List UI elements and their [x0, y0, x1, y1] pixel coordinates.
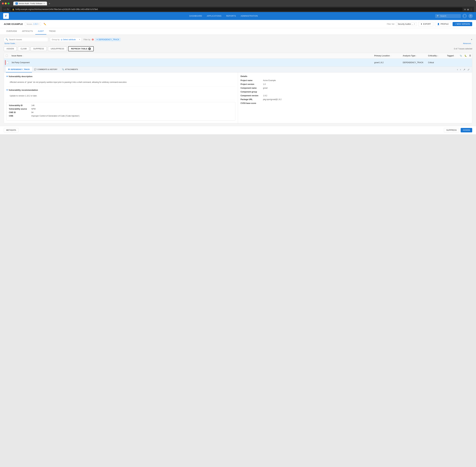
- nav-search-input[interactable]: [440, 15, 459, 17]
- filter-set-selector[interactable]: Security Auditor ... ▾: [396, 22, 416, 26]
- top-nav: F DASHBOARD APPLICATIONS REPORTS ADMINIS…: [0, 12, 476, 20]
- project-version-label: Project version: [240, 83, 261, 85]
- detail-tab-attachments[interactable]: 📎 ATTACHMENTS: [60, 67, 80, 72]
- assign-button[interactable]: ASSIGN: [4, 47, 17, 51]
- help-icon[interactable]: ?: [468, 14, 473, 18]
- profile-icon[interactable]: ◉: [467, 8, 469, 11]
- select-all-checkbox[interactable]: [6, 55, 8, 57]
- criticality-header[interactable]: Criticality ▸: [426, 53, 445, 58]
- tagged-header[interactable]: Tagged ↕: [445, 53, 458, 58]
- filter-tag-text: DEPENDENCY_TRACK: [99, 39, 119, 41]
- profile-button[interactable]: 👤 PROFILE: [435, 22, 451, 26]
- syntax-guide-link[interactable]: Syntax Guide...: [4, 42, 16, 44]
- recommendation-title-text: Vulnerability recommendation: [9, 89, 38, 91]
- new-version-button[interactable]: + NEW VERSION: [452, 22, 472, 26]
- claim-button[interactable]: CLAIM: [18, 47, 29, 51]
- tab-trend[interactable]: TREND: [46, 28, 58, 35]
- edit-version-icon[interactable]: ✏️: [44, 23, 46, 25]
- detail-tab-dependency[interactable]: ⚙ DEPENDENCY_TRACK: [6, 67, 32, 72]
- detail-panel: ⚙ DEPENDENCY_TRACK 💬 COMMENTS & HISTORY …: [4, 67, 472, 123]
- bug-header: 🐛: [463, 53, 467, 58]
- cwe-id-value: 94: [31, 111, 33, 114]
- search-input[interactable]: [9, 38, 44, 41]
- issue-analysis-cell: DEPENDENCY_TRACK: [401, 59, 426, 66]
- issue-name-cell: 3rd Party Component: [10, 59, 372, 66]
- table-header: Issue Name ↕ Primary Location ↕ Analysis…: [4, 53, 472, 59]
- bottom-bar: METADATA SUPPRESS ASSIGN: [0, 126, 476, 134]
- bookmark-icon[interactable]: ⊕: [464, 8, 466, 11]
- detail-expand-button[interactable]: ⤢: [467, 67, 470, 72]
- issue-name-text: 3rd Party Component: [12, 62, 30, 64]
- filter-tag-remove[interactable]: ✕: [96, 39, 98, 41]
- bottom-suppress-button[interactable]: SUPPRESS: [444, 128, 459, 132]
- issue-name-header[interactable]: Issue Name ↕: [10, 53, 372, 58]
- nav-links: DASHBOARD APPLICATIONS REPORTS ADMINISTR…: [12, 15, 435, 17]
- forward-button[interactable]: ›: [6, 8, 6, 11]
- issues-table: Issue Name ↕ Primary Location ↕ Analysis…: [4, 53, 472, 123]
- minimize-button[interactable]: [5, 2, 7, 4]
- nav-administration[interactable]: ADMINISTRATION: [241, 15, 258, 17]
- filter-remove-icon[interactable]: ⊖: [92, 38, 94, 41]
- cwe-label: CWE: [9, 115, 29, 117]
- tab-overview[interactable]: OVERVIEW: [4, 28, 19, 35]
- reload-button[interactable]: ↻: [7, 8, 9, 11]
- filter-expand-icon[interactable]: ▾: [471, 38, 472, 41]
- vuln-id-row: Vulnerability ID 146: [9, 104, 233, 107]
- bottom-assign-button[interactable]: ASSIGN: [461, 128, 472, 132]
- select-all-header[interactable]: [4, 53, 10, 58]
- detail-external-link-button[interactable]: ↗: [463, 67, 466, 72]
- browser-tab[interactable]: F Version Audit : Fortify Software ✕: [13, 1, 47, 5]
- group-by-selector[interactable]: Group by ◎ Select attribute ▾: [50, 37, 82, 42]
- nav-reports[interactable]: REPORTS: [226, 15, 236, 17]
- row-checkbox[interactable]: [6, 62, 9, 64]
- menu-icon[interactable]: ⋮: [470, 8, 472, 11]
- group-by-text: Select attribute: [63, 39, 76, 41]
- issue-bug-cell: [463, 59, 467, 66]
- metadata-button[interactable]: METADATA: [4, 128, 19, 132]
- advanced-link[interactable]: Advanced...: [463, 42, 472, 44]
- analysis-type-header[interactable]: Analysis Type ↕: [401, 53, 426, 58]
- recommendation-toggle-icon: ▾: [6, 89, 8, 91]
- maximize-button[interactable]: [8, 2, 10, 4]
- url-bar[interactable]: 🔒 fortify.example.org/ssc/html/ssc/versi…: [11, 8, 463, 11]
- vuln-description-title[interactable]: ▾ Vulnerability description: [6, 75, 235, 78]
- criticality-sort-icon: ▸: [437, 55, 438, 57]
- export-icon: ⬆: [421, 23, 422, 25]
- description-toggle-icon: ▾: [6, 75, 8, 78]
- project-version-value: 1.0: [263, 83, 266, 85]
- vuln-id-label: Vulnerability ID: [9, 104, 29, 107]
- export-button[interactable]: ⬆ EXPORT: [418, 22, 433, 26]
- detail-tab-comments[interactable]: 💬 COMMENTS & HISTORY: [32, 67, 60, 72]
- tab-favicon: F: [15, 2, 18, 5]
- filter-tag[interactable]: ✕ DEPENDENCY_TRACK: [95, 38, 121, 41]
- tab-artifacts[interactable]: ARTIFACTS: [19, 28, 36, 35]
- nav-search-box[interactable]: 🔍: [435, 14, 461, 18]
- nav-search-icon: 🔍: [437, 15, 439, 17]
- nav-dashboard[interactable]: DASHBOARD: [189, 15, 202, 17]
- back-button[interactable]: ‹: [4, 8, 5, 11]
- close-button[interactable]: [2, 2, 4, 4]
- row-checkbox-cell[interactable]: [4, 59, 10, 66]
- comments-tab-icon: 💬: [34, 68, 37, 70]
- tab-audit[interactable]: AUDIT: [35, 28, 46, 35]
- vuln-recommendation-title[interactable]: ▾ Vulnerability recommendation: [6, 89, 235, 91]
- search-box[interactable]: 🔍: [4, 37, 48, 42]
- component-group-label: Component group: [240, 91, 261, 93]
- browser-chrome: F Version Audit : Fortify Software ✕ + ‹…: [0, 0, 476, 12]
- unsuppress-button[interactable]: UNSUPPRESS: [48, 47, 67, 51]
- app-name: ACME EXAMPLE: [4, 23, 23, 25]
- tab-close-icon[interactable]: ✕: [43, 2, 45, 5]
- primary-location-header[interactable]: Primary Location ↕: [372, 53, 401, 58]
- detail-prev-button[interactable]: ‹: [456, 67, 458, 72]
- table-row[interactable]: 3rd Party Component growl:1.9.2 DEPENDEN…: [4, 59, 472, 67]
- user-icon[interactable]: 👤: [462, 14, 467, 18]
- nav-applications[interactable]: APPLICATIONS: [207, 15, 221, 17]
- attachment-header: 📎: [458, 53, 463, 58]
- version-selector[interactable]: Version 1.5.0 ▾: [25, 22, 41, 26]
- version-dropdown-icon: ▾: [38, 23, 39, 25]
- cwe-id-row: CWE ID 94: [9, 111, 233, 114]
- suppress-button[interactable]: SUPPRESS: [31, 47, 47, 51]
- refresh-table-button[interactable]: REFRESH TABLE 0: [68, 46, 94, 51]
- new-tab-button[interactable]: +: [48, 2, 51, 5]
- detail-next-button[interactable]: ›: [460, 67, 462, 72]
